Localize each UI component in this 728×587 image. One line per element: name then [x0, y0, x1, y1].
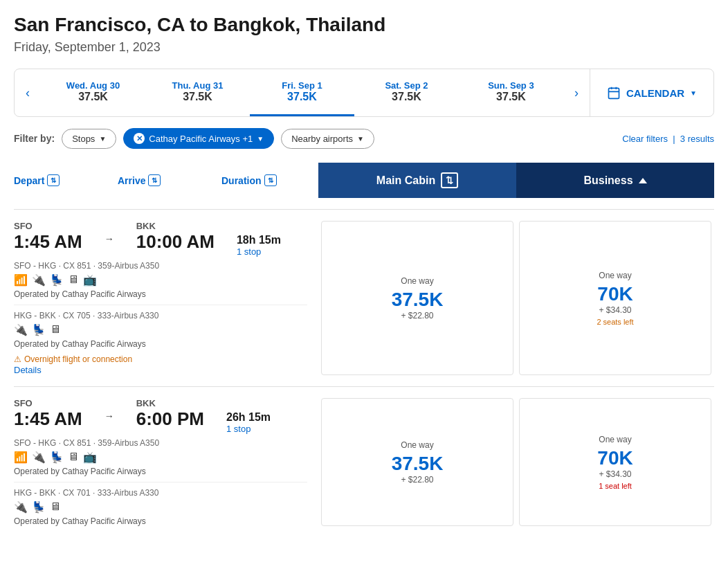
airline-filter-close[interactable]: ✕ [134, 133, 145, 144]
amenities-seg1-2: 📶 🔌 💺 🖥 📺 [14, 451, 307, 464]
depart-section-1: SFO 1:45 AM [14, 221, 82, 253]
screen-icon-4: 🖥 [50, 500, 61, 514]
calendar-icon [607, 86, 621, 100]
arrive-section-2: BKK 6:00 PM [136, 398, 204, 430]
duration-section-2: 26h 15m 1 stop [226, 398, 271, 434]
date-item-4[interactable]: Sun. Sep 3 37.5K [459, 69, 563, 116]
filters-row: Filter by: Stops ▼ ✕ Cathay Pacific Airw… [14, 128, 714, 149]
table-row: SFO 1:45 AM → BKK 10:00 AM 18h 15m 1 sto… [14, 209, 714, 386]
arrive-time-2: 6:00 PM [136, 408, 204, 430]
overnight-text-1: Overnight flight or connection [24, 354, 132, 364]
main-cabin-label: Main Cabin [376, 174, 435, 187]
recline-icon-3: 💺 [50, 451, 64, 464]
details-link-1[interactable]: Details [14, 365, 42, 375]
calendar-chevron: ▼ [690, 89, 697, 97]
svg-rect-0 [608, 88, 619, 98]
depart-time-1: 1:45 AM [14, 231, 82, 253]
operator-seg1-1: Operated by Cathay Pacific Airways [14, 289, 307, 299]
segment2-2: HKG - BKK · CX 701 · 333-Airbus A330 [14, 488, 307, 498]
clear-filters[interactable]: Clear filters | 3 results [622, 134, 714, 144]
duration-text-1: 18h 15m [237, 234, 281, 246]
nearby-airports-chevron: ▼ [357, 135, 364, 143]
amenities-seg2-2: 🔌 💺 🖥 [14, 500, 307, 514]
date-nav: ‹ Wed. Aug 30 37.5K Thu. Aug 31 37.5K Fr… [14, 69, 714, 117]
prev-date-arrow[interactable]: ‹ [15, 86, 41, 100]
date-price-3: 37.5K [360, 91, 453, 103]
segment1-1: SFO - HKG · CX 851 · 359-Airbus A350 [14, 261, 307, 271]
depart-sort[interactable]: Depart ⇅ [14, 174, 118, 186]
business-sort-up-icon [639, 178, 647, 183]
next-date-arrow[interactable]: › [563, 86, 590, 100]
overnight-warning-1: ⚠ Overnight flight or connection [14, 354, 307, 364]
warning-triangle-icon: ⚠ [14, 354, 21, 364]
segment1-2: SFO - HKG · CX 851 · 359-Airbus A350 [14, 438, 307, 448]
airline-label: Cathay Pacific Airways +1 [149, 134, 253, 144]
main-cabin-sort-icon: ⇅ [441, 172, 458, 188]
arrive-sort[interactable]: Arrive ⇅ [118, 174, 221, 186]
seg-divider-2 [14, 482, 307, 482]
main-cabin-price-1[interactable]: One way 37.5K + $22.80 [321, 221, 513, 375]
business-header[interactable]: Business [516, 163, 714, 198]
date-label-0: Wed. Aug 30 [46, 80, 140, 91]
business-price-1[interactable]: One way 70K + $34.30 2 seats left [519, 221, 711, 375]
stops-2: 1 stop [226, 424, 271, 434]
depart-time-2: 1:45 AM [14, 408, 82, 430]
nearby-airports-label: Nearby airports [291, 134, 353, 144]
screen-icon: 🖥 [68, 273, 79, 287]
arrive-sort-icon: ⇅ [148, 174, 161, 186]
flight-info-2: SFO 1:45 AM → BKK 6:00 PM 26h 15m 1 stop… [14, 398, 318, 526]
date-price-4: 37.5K [464, 91, 558, 103]
arrow-1: → [104, 221, 114, 244]
depart-sort-icon: ⇅ [47, 174, 60, 186]
power-icon-3: 🔌 [32, 451, 46, 464]
date-item-2[interactable]: Fri. Sep 1 37.5K [250, 69, 354, 116]
date-price-0: 37.5K [46, 91, 140, 103]
table-row: SFO 1:45 AM → BKK 6:00 PM 26h 15m 1 stop… [14, 386, 714, 537]
main-cabin-label-1: One way [401, 276, 433, 286]
depart-label: Depart [14, 175, 44, 186]
page-subtitle: Friday, September 1, 2023 [14, 40, 714, 55]
date-item-3[interactable]: Sat. Sep 2 37.5K [354, 69, 459, 116]
business-label-1: One way [599, 271, 631, 280]
screen-icon-3: 🖥 [68, 451, 79, 464]
arrow-2: → [104, 398, 114, 422]
date-item-1[interactable]: Thu. Aug 31 37.5K [145, 69, 250, 116]
amenities-seg2-1: 🔌 💺 🖥 [14, 323, 307, 336]
duration-sort[interactable]: Duration ⇅ [221, 174, 318, 186]
duration-label: Duration [221, 175, 262, 186]
main-cabin-price-val-1: 37.5K [392, 289, 444, 311]
business-label-2: One way [599, 435, 631, 444]
main-cabin-price-2[interactable]: One way 37.5K + $22.80 [321, 398, 513, 526]
main-cabin-header[interactable]: Main Cabin ⇅ [318, 163, 516, 198]
arrive-code-1: BKK [136, 221, 215, 231]
seg-divider-1 [14, 305, 307, 305]
date-item-0[interactable]: Wed. Aug 30 37.5K [41, 69, 145, 116]
stops-label: Stops [72, 134, 95, 144]
depart-code-1: SFO [14, 221, 82, 231]
stops-filter[interactable]: Stops ▼ [62, 129, 116, 149]
calendar-button[interactable]: CALENDAR ▼ [590, 69, 713, 116]
seats-left-2: 1 seat left [599, 482, 632, 490]
power-icon: 🔌 [32, 273, 46, 287]
nearby-airports-filter[interactable]: Nearby airports ▼ [281, 129, 374, 149]
flight-info-1: SFO 1:45 AM → BKK 10:00 AM 18h 15m 1 sto… [14, 221, 318, 375]
flights-list: SFO 1:45 AM → BKK 10:00 AM 18h 15m 1 sto… [14, 209, 714, 537]
seats-left-1: 2 seats left [597, 318, 633, 326]
power-icon-4: 🔌 [14, 500, 28, 514]
power-icon-2: 🔌 [14, 323, 28, 336]
airline-filter[interactable]: ✕ Cathay Pacific Airways +1 ▼ [123, 128, 274, 149]
main-cabin-tax-1: + $22.80 [401, 311, 433, 320]
date-label-4: Sun. Sep 3 [464, 80, 558, 91]
column-headers: Depart ⇅ Arrive ⇅ Duration ⇅ Main Cabin … [14, 163, 714, 198]
arrive-time-1: 10:00 AM [136, 231, 215, 253]
amenities-seg1-1: 📶 🔌 💺 🖥 📺 [14, 273, 307, 287]
operator-seg2-1: Operated by Cathay Pacific Airways [14, 339, 307, 349]
tv-icon-3: 📺 [83, 451, 97, 464]
date-nav-inner: ‹ Wed. Aug 30 37.5K Thu. Aug 31 37.5K Fr… [15, 69, 590, 116]
recline-icon: 💺 [50, 273, 64, 287]
arrive-code-2: BKK [136, 398, 204, 408]
business-price-2[interactable]: One way 70K + $34.30 1 seat left [519, 398, 711, 526]
wifi-icon-3: 📶 [14, 451, 28, 464]
date-label-1: Thu. Aug 31 [151, 80, 244, 91]
date-label-3: Sat. Sep 2 [360, 80, 453, 91]
